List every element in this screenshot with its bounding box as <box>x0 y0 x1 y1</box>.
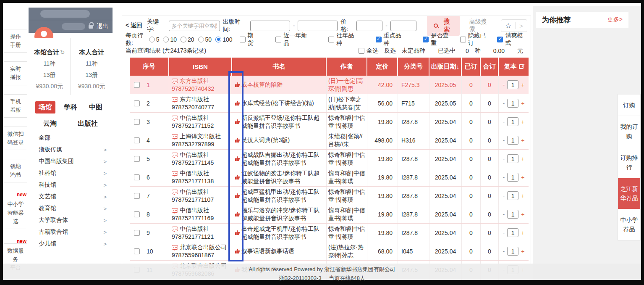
left-nav-item[interactable]: 微信扫 码登录 <box>4 127 27 150</box>
row-checkbox[interactable] <box>134 174 140 180</box>
pubtime-from-input[interactable] <box>250 21 290 31</box>
copies-input[interactable]: 1 <box>507 247 518 256</box>
checkbox-icon[interactable] <box>275 37 281 42</box>
publisher-chat-icon[interactable] <box>172 153 178 157</box>
book-title[interactable]: 新反派蝠王登场/迷你特工队超威能量拼音识字故事书 <box>241 114 325 130</box>
select-all[interactable]: 全选 <box>359 47 378 55</box>
filter-checkbox[interactable]: 往年品种 <box>328 32 359 47</box>
select-all-checkbox[interactable] <box>359 48 364 54</box>
thumbs-up-icon[interactable] <box>235 137 240 143</box>
left-nav-item[interactable]: 操作 手册 <box>4 29 27 53</box>
copies-input[interactable]: 1 <box>507 173 518 182</box>
book-title[interactable]: 超威巨鲨机甲出动/迷你特工队超威能量拼音识字故事书 <box>241 188 325 204</box>
increase-copies-button[interactable]: + <box>521 119 524 125</box>
copies-input[interactable]: 1 <box>507 80 518 89</box>
thumbs-up-icon[interactable] <box>235 100 240 106</box>
publisher-chat-icon[interactable] <box>172 190 178 194</box>
category-item[interactable]: 教育馆 > <box>29 203 113 214</box>
thumbs-up-icon[interactable] <box>235 248 240 254</box>
tab[interactable]: 出版社 <box>74 118 101 130</box>
price-to-input[interactable] <box>390 21 416 31</box>
copies-input[interactable]: 1 <box>507 154 518 163</box>
filter-checkbox[interactable]: 近一年新品 <box>275 32 311 47</box>
filter-checkbox[interactable]: 期货 <box>240 32 259 47</box>
row-checkbox[interactable] <box>134 193 140 199</box>
book-title[interactable]: 英汉大词典(第3版) <box>241 136 290 144</box>
decrease-copies-button[interactable]: - <box>503 230 505 236</box>
right-rail-button[interactable]: 之江新华荐品 <box>618 178 640 209</box>
checkbox-icon[interactable] <box>423 37 429 42</box>
undecided-items[interactable]: 未定品种 <box>402 47 425 55</box>
personal-total-title[interactable]: 本人合计 <box>79 48 104 55</box>
thumbs-up-icon[interactable] <box>235 193 240 198</box>
increase-copies-button[interactable]: + <box>521 100 524 107</box>
copies-input[interactable]: 1 <box>507 210 518 219</box>
row-checkbox[interactable] <box>134 156 140 162</box>
category-item[interactable]: 古籍联合馆 > <box>29 226 113 238</box>
page-size-radio[interactable]: 10 <box>163 36 177 43</box>
row-checkbox[interactable] <box>134 230 140 236</box>
decrease-copies-button[interactable]: - <box>503 156 505 162</box>
category-item[interactable]: 少儿馆 > <box>29 238 113 250</box>
category-item[interactable]: 文艺馆 > <box>29 191 113 203</box>
increase-copies-button[interactable]: + <box>521 82 524 88</box>
increase-copies-button[interactable]: + <box>521 211 524 218</box>
page-size-radio[interactable]: 50 <box>198 36 212 43</box>
row-checkbox[interactable] <box>134 137 140 143</box>
filter-checkbox[interactable]: 是否查重 <box>423 32 453 47</box>
header-copies[interactable]: 复本 <box>499 58 529 76</box>
row-checkbox[interactable] <box>134 248 140 254</box>
checkbox-icon[interactable] <box>328 37 334 42</box>
decrease-copies-button[interactable]: - <box>503 211 505 218</box>
left-nav-item[interactable]: 实时 播报 <box>4 61 27 85</box>
radio-icon[interactable] <box>149 37 155 42</box>
row-checkbox[interactable] <box>134 100 140 106</box>
book-title[interactable]: 超威战队吉娜出动/迷你特工队超威能量拼音识字故事书 <box>241 151 325 167</box>
next-page-icon[interactable]: > <box>519 22 523 29</box>
publisher-chat-icon[interactable] <box>172 134 178 139</box>
book-title[interactable]: 出击超威龙王机甲/迷你特工队超威能量拼音识字故事书 <box>241 225 325 241</box>
publisher-chat-icon[interactable] <box>172 208 178 213</box>
filter-checkbox[interactable]: 清爽模式 <box>497 32 527 47</box>
header-pubdate[interactable]: 出版日期↓ <box>429 58 462 76</box>
thumbs-up-icon[interactable] <box>235 174 240 180</box>
back-button[interactable]: < 返回 <box>126 22 142 29</box>
tab[interactable]: 云淘 <box>40 118 60 130</box>
checkbox-icon[interactable] <box>240 37 246 42</box>
copies-input[interactable]: 1 <box>507 228 518 237</box>
thumbs-up-icon[interactable] <box>235 82 240 87</box>
checkbox-icon[interactable] <box>497 37 503 42</box>
advanced-search-link[interactable]: 高级搜索 <box>469 18 492 33</box>
increase-copies-button[interactable]: + <box>521 248 524 255</box>
row-checkbox[interactable] <box>134 119 140 125</box>
library-total-title[interactable]: 本馆合计 <box>34 48 59 55</box>
category-item[interactable]: 中国出版集团 > <box>29 156 113 167</box>
radio-icon[interactable] <box>163 37 169 42</box>
thumbs-up-icon[interactable] <box>235 156 240 161</box>
checkbox-icon[interactable] <box>460 37 466 42</box>
book-title[interactable]: 红蚁怪物的袭击/迷你特工队超威能量拼音识字故事书 <box>241 169 325 185</box>
decrease-copies-button[interactable]: - <box>503 137 505 144</box>
decrease-copies-button[interactable]: - <box>503 100 505 107</box>
filter-checkbox[interactable]: 隐藏已订 <box>460 32 490 47</box>
page-size-radio[interactable]: 100 <box>215 36 232 43</box>
page-size-radio[interactable]: 20 <box>181 36 194 43</box>
category-item[interactable]: 科技馆 > <box>29 179 113 191</box>
category-item[interactable]: 社科馆 > <box>29 167 113 179</box>
decrease-copies-button[interactable]: - <box>503 119 505 125</box>
recommend-more-link[interactable]: 更多> <box>607 16 623 24</box>
publisher-chat-icon[interactable] <box>172 116 178 120</box>
row-checkbox[interactable] <box>134 211 140 217</box>
decrease-copies-button[interactable]: - <box>503 248 505 255</box>
increase-copies-button[interactable]: + <box>521 156 524 162</box>
publisher-chat-icon[interactable] <box>172 227 178 231</box>
left-nav-item[interactable]: new 中小学 智能采选 <box>4 197 27 229</box>
book-title[interactable]: 叙事话语新叙事话语 <box>241 247 294 255</box>
row-checkbox[interactable] <box>134 82 140 88</box>
checkbox-icon[interactable] <box>376 37 382 42</box>
publisher-chat-icon[interactable] <box>172 171 178 176</box>
increase-copies-button[interactable]: + <box>521 230 524 236</box>
copies-input[interactable]: 1 <box>507 191 518 200</box>
invert-selection[interactable]: 反选 <box>384 47 396 55</box>
radio-icon[interactable] <box>198 37 204 42</box>
